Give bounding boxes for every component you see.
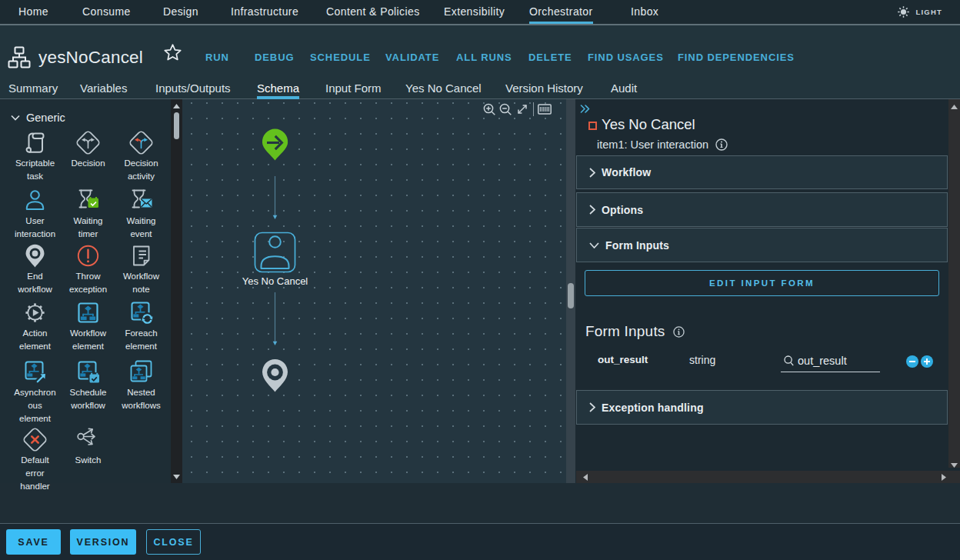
asynchronous-element-icon bbox=[22, 359, 48, 385]
nav-item-consume[interactable]: Consume bbox=[82, 0, 131, 24]
form-inputs-heading: Form Inputs bbox=[585, 323, 665, 340]
palette-item-nested-workflows[interactable]: Nested workflows bbox=[115, 359, 168, 412]
tab-version-history[interactable]: Version History bbox=[505, 81, 583, 99]
node-label[interactable]: Yes No Cancel bbox=[228, 275, 322, 287]
palette-item-user-interaction[interactable]: User interaction bbox=[8, 188, 62, 241]
user-interaction-node[interactable] bbox=[255, 233, 295, 272]
palette-scrollbar-thumb[interactable] bbox=[174, 112, 179, 139]
debug-button[interactable]: DEBUG bbox=[255, 52, 294, 64]
section-form-inputs[interactable]: Form Inputs bbox=[576, 228, 948, 262]
find-usages-button[interactable]: FIND USAGES bbox=[588, 52, 664, 64]
form-inputs-heading-row: Form Inputs bbox=[585, 323, 685, 340]
palette-group-generic[interactable]: Generic bbox=[11, 112, 65, 124]
palette-item-label: Foreach element bbox=[117, 327, 166, 353]
palette-item-asynchronous-element[interactable]: Asynchronous element bbox=[8, 359, 62, 425]
panel-vertical-scrollbar[interactable] bbox=[948, 99, 960, 468]
palette-item-default-error-handler[interactable]: Default error handler bbox=[8, 427, 62, 493]
palette-item-label: Default error handler bbox=[18, 454, 52, 493]
palette-item-workflow-element[interactable]: Workflow element bbox=[62, 300, 115, 353]
panel-horizontal-scrollbar[interactable] bbox=[576, 471, 960, 483]
palette-item-label: Nested workflows bbox=[117, 386, 166, 412]
remove-input-button[interactable] bbox=[906, 355, 918, 368]
tab-input-form[interactable]: Input Form bbox=[325, 81, 382, 99]
nav-item-design[interactable]: Design bbox=[163, 0, 198, 24]
close-button[interactable]: CLOSE bbox=[146, 529, 201, 555]
workflow-note-icon bbox=[128, 243, 154, 268]
nav-item-content-policies[interactable]: Content & Policies bbox=[326, 0, 420, 24]
tab-yes-no-cancel[interactable]: Yes No Cancel bbox=[405, 81, 482, 99]
scriptable-task-icon bbox=[22, 130, 48, 155]
schema-canvas[interactable]: Yes No Cancel bbox=[182, 99, 575, 483]
form-input-value-field[interactable]: out_result bbox=[781, 350, 880, 372]
palette-scrollbar[interactable] bbox=[171, 99, 182, 483]
canvas-scrollbar-thumb[interactable] bbox=[568, 283, 574, 308]
chevron-right-icon bbox=[589, 402, 595, 412]
section-options[interactable]: Options bbox=[576, 192, 948, 227]
find-dependencies-button[interactable]: FIND DEPENDENCIES bbox=[678, 52, 795, 64]
palette-item-scriptable-task[interactable]: Scriptable task bbox=[8, 130, 62, 183]
tab-inputs-outputs[interactable]: Inputs/Outputs bbox=[155, 81, 231, 99]
all-runs-button[interactable]: ALL RUNS bbox=[456, 52, 512, 64]
palette-item-end-workflow[interactable]: End workflow bbox=[8, 243, 62, 296]
end-workflow-icon bbox=[22, 243, 48, 268]
scroll-down-icon[interactable] bbox=[171, 471, 182, 482]
nav-item-orchestrator[interactable]: Orchestrator bbox=[529, 0, 593, 24]
nav-item-home[interactable]: Home bbox=[18, 0, 48, 24]
palette-item-decision[interactable]: Decision bbox=[62, 130, 115, 170]
theme-toggle[interactable]: LIGHT bbox=[898, 0, 943, 24]
chevron-right-icon bbox=[589, 168, 595, 178]
scroll-left-icon[interactable] bbox=[579, 471, 592, 483]
action-element-icon bbox=[22, 300, 48, 325]
tab-variables[interactable]: Variables bbox=[80, 81, 127, 99]
palette-item-schedule-workflow[interactable]: Schedule workflow bbox=[62, 359, 115, 412]
scroll-up-icon[interactable] bbox=[171, 100, 182, 112]
save-button[interactable]: SAVE bbox=[6, 529, 61, 555]
search-icon bbox=[784, 355, 794, 366]
scroll-right-icon[interactable] bbox=[938, 471, 950, 483]
validate-button[interactable]: VALIDATE bbox=[385, 52, 439, 64]
scroll-up-icon[interactable] bbox=[948, 101, 960, 112]
section-exception-handling[interactable]: Exception handling bbox=[576, 390, 948, 425]
sun-icon bbox=[898, 6, 909, 18]
item-type-square-icon bbox=[588, 122, 597, 130]
double-chevron-right-icon[interactable] bbox=[580, 105, 590, 113]
palette-item-switch[interactable]: Switch bbox=[62, 427, 115, 467]
star-icon[interactable] bbox=[163, 43, 182, 62]
workflow-element-icon bbox=[75, 300, 101, 325]
palette-item-workflow-note[interactable]: Workflow note bbox=[115, 243, 168, 296]
workflow-header: yesNoCancel RUN DEBUG SCHEDULE VALIDATE … bbox=[0, 25, 960, 99]
top-navigation: Home Consume Design Infrastructure Conte… bbox=[0, 0, 960, 25]
add-input-button[interactable] bbox=[921, 355, 933, 368]
schedule-button[interactable]: SCHEDULE bbox=[310, 52, 371, 64]
info-icon[interactable] bbox=[673, 326, 685, 338]
version-button[interactable]: VERSION bbox=[70, 529, 136, 555]
palette-item-label: Decision bbox=[64, 157, 113, 170]
info-icon[interactable] bbox=[715, 138, 728, 151]
delete-button[interactable]: DELETE bbox=[528, 52, 572, 64]
nav-item-infrastructure[interactable]: Infrastructure bbox=[231, 0, 298, 24]
tab-summary[interactable]: Summary bbox=[8, 81, 58, 99]
palette-item-label: Workflow note bbox=[117, 270, 166, 296]
section-workflow[interactable]: Workflow bbox=[576, 155, 948, 189]
theme-toggle-label: LIGHT bbox=[916, 8, 943, 16]
palette-item-foreach-element[interactable]: Foreach element bbox=[115, 300, 168, 353]
palette-item-action-element[interactable]: Action element bbox=[8, 300, 62, 353]
end-node[interactable] bbox=[262, 359, 288, 392]
tab-schema[interactable]: Schema bbox=[257, 81, 299, 99]
section-label: Workflow bbox=[602, 166, 651, 178]
nav-item-inbox[interactable]: Inbox bbox=[631, 0, 658, 24]
tab-audit[interactable]: Audit bbox=[611, 81, 637, 99]
palette-item-waiting-event[interactable]: Waiting event bbox=[115, 188, 168, 241]
nav-item-extensibility[interactable]: Extensibility bbox=[444, 0, 505, 24]
palette-item-decision-activity[interactable]: Decision activity bbox=[115, 130, 168, 183]
palette-item-waiting-timer[interactable]: Waiting timer bbox=[62, 188, 115, 241]
start-node[interactable] bbox=[262, 129, 288, 161]
run-button[interactable]: RUN bbox=[205, 52, 229, 64]
edge-start-to-item bbox=[273, 176, 278, 219]
throw-exception-icon bbox=[75, 243, 101, 268]
edit-input-form-button[interactable]: EDIT INPUT FORM bbox=[585, 270, 939, 296]
palette-item-throw-exception[interactable]: Throw exception bbox=[62, 243, 115, 296]
palette-item-label: End workflow bbox=[11, 270, 60, 296]
canvas-scrollbar[interactable] bbox=[566, 99, 575, 483]
scroll-down-icon[interactable] bbox=[948, 459, 960, 471]
